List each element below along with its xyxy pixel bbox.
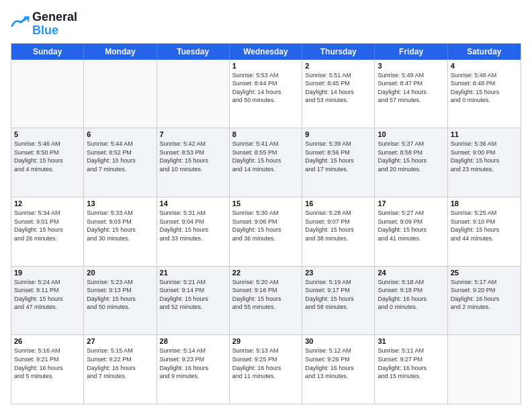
day-header: Saturday (448, 44, 521, 60)
cell-info: Sunrise: 5:33 AM Sunset: 9:03 PM Dayligh… (87, 209, 153, 242)
cell-info: Sunrise: 5:11 AM Sunset: 9:27 PM Dayligh… (378, 347, 444, 380)
cell-info: Sunrise: 5:44 AM Sunset: 8:52 PM Dayligh… (87, 140, 153, 173)
day-cell: 27Sunrise: 5:15 AM Sunset: 9:22 PM Dayli… (84, 335, 157, 404)
day-cell (157, 60, 230, 128)
day-cell: 22Sunrise: 5:20 AM Sunset: 9:16 PM Dayli… (230, 267, 302, 335)
day-cell: 9Sunrise: 5:39 AM Sunset: 8:56 PM Daylig… (302, 128, 375, 197)
day-header: Thursday (302, 44, 375, 60)
day-number: 6 (87, 130, 153, 138)
day-cell: 23Sunrise: 5:19 AM Sunset: 9:17 PM Dayli… (302, 267, 375, 335)
week-row: 19Sunrise: 5:24 AM Sunset: 9:11 PM Dayli… (11, 267, 521, 336)
day-cell (84, 60, 157, 128)
day-cell: 20Sunrise: 5:23 AM Sunset: 9:13 PM Dayli… (84, 267, 157, 335)
cell-info: Sunrise: 5:15 AM Sunset: 9:22 PM Dayligh… (87, 347, 153, 380)
day-cell: 19Sunrise: 5:24 AM Sunset: 9:11 PM Dayli… (11, 267, 84, 335)
cell-info: Sunrise: 5:42 AM Sunset: 8:53 PM Dayligh… (160, 140, 226, 173)
cell-info: Sunrise: 5:14 AM Sunset: 9:23 PM Dayligh… (160, 347, 226, 380)
day-cell: 7Sunrise: 5:42 AM Sunset: 8:53 PM Daylig… (157, 128, 230, 197)
day-number: 1 (232, 62, 299, 70)
cell-info: Sunrise: 5:39 AM Sunset: 8:56 PM Dayligh… (305, 140, 371, 173)
cell-info: Sunrise: 5:49 AM Sunset: 8:47 PM Dayligh… (378, 71, 444, 105)
cell-info: Sunrise: 5:51 AM Sunset: 8:45 PM Dayligh… (305, 71, 371, 105)
day-number: 9 (305, 130, 371, 138)
day-cell: 2Sunrise: 5:51 AM Sunset: 8:45 PM Daylig… (302, 60, 375, 128)
cell-info: Sunrise: 5:27 AM Sunset: 9:09 PM Dayligh… (378, 209, 444, 242)
day-cell: 6Sunrise: 5:44 AM Sunset: 8:52 PM Daylig… (84, 128, 157, 197)
day-number: 2 (305, 62, 371, 70)
week-row: 26Sunrise: 5:16 AM Sunset: 9:21 PM Dayli… (11, 335, 521, 404)
cell-info: Sunrise: 5:18 AM Sunset: 9:18 PM Dayligh… (378, 278, 444, 312)
day-number: 18 (451, 199, 518, 208)
cell-info: Sunrise: 5:46 AM Sunset: 8:50 PM Dayligh… (14, 140, 81, 173)
day-number: 27 (87, 337, 153, 345)
logo-icon (11, 15, 30, 34)
day-number: 31 (378, 337, 444, 345)
day-number: 30 (305, 337, 371, 345)
cell-info: Sunrise: 5:12 AM Sunset: 9:26 PM Dayligh… (305, 347, 371, 380)
day-cell: 14Sunrise: 5:31 AM Sunset: 9:04 PM Dayli… (157, 197, 230, 266)
cell-info: Sunrise: 5:53 AM Sunset: 8:44 PM Dayligh… (232, 71, 299, 105)
day-cell: 16Sunrise: 5:28 AM Sunset: 9:07 PM Dayli… (302, 197, 375, 266)
cell-info: Sunrise: 5:21 AM Sunset: 9:14 PM Dayligh… (160, 278, 226, 312)
day-number: 17 (378, 199, 444, 208)
cell-info: Sunrise: 5:13 AM Sunset: 9:25 PM Dayligh… (232, 347, 299, 380)
day-header: Sunday (11, 44, 84, 60)
day-number: 11 (451, 130, 518, 138)
cell-info: Sunrise: 5:16 AM Sunset: 9:21 PM Dayligh… (14, 347, 81, 380)
cell-info: Sunrise: 5:28 AM Sunset: 9:07 PM Dayligh… (305, 209, 371, 242)
day-number: 14 (160, 199, 226, 208)
cell-info: Sunrise: 5:31 AM Sunset: 9:04 PM Dayligh… (160, 209, 226, 242)
cell-info: Sunrise: 5:19 AM Sunset: 9:17 PM Dayligh… (305, 278, 371, 312)
day-cell: 5Sunrise: 5:46 AM Sunset: 8:50 PM Daylig… (11, 128, 84, 197)
day-header: Monday (84, 44, 157, 60)
day-cell: 4Sunrise: 5:48 AM Sunset: 8:48 PM Daylig… (448, 60, 521, 128)
day-cell (448, 335, 521, 404)
day-cell: 26Sunrise: 5:16 AM Sunset: 9:21 PM Dayli… (11, 335, 84, 404)
day-number: 23 (305, 269, 371, 277)
day-cell: 21Sunrise: 5:21 AM Sunset: 9:14 PM Dayli… (157, 267, 230, 335)
day-cell: 15Sunrise: 5:30 AM Sunset: 9:06 PM Dayli… (230, 197, 302, 266)
day-headers: SundayMondayTuesdayWednesdayThursdayFrid… (11, 44, 521, 60)
day-number: 28 (160, 337, 226, 345)
week-row: 5Sunrise: 5:46 AM Sunset: 8:50 PM Daylig… (11, 128, 521, 197)
day-number: 29 (232, 337, 299, 345)
day-number: 20 (87, 269, 153, 277)
weeks: 1Sunrise: 5:53 AM Sunset: 8:44 PM Daylig… (11, 60, 521, 404)
cell-info: Sunrise: 5:20 AM Sunset: 9:16 PM Dayligh… (232, 278, 299, 312)
cell-info: Sunrise: 5:34 AM Sunset: 9:01 PM Dayligh… (14, 209, 81, 242)
logo: General Blue (11, 11, 77, 38)
day-cell: 11Sunrise: 5:36 AM Sunset: 9:00 PM Dayli… (448, 128, 521, 197)
cell-info: Sunrise: 5:48 AM Sunset: 8:48 PM Dayligh… (451, 71, 518, 105)
day-cell: 25Sunrise: 5:17 AM Sunset: 9:20 PM Dayli… (448, 267, 521, 335)
day-number: 7 (160, 130, 226, 138)
day-cell: 3Sunrise: 5:49 AM Sunset: 8:47 PM Daylig… (375, 60, 447, 128)
week-row: 1Sunrise: 5:53 AM Sunset: 8:44 PM Daylig… (11, 60, 521, 129)
cell-info: Sunrise: 5:24 AM Sunset: 9:11 PM Dayligh… (14, 278, 81, 312)
day-cell: 24Sunrise: 5:18 AM Sunset: 9:18 PM Dayli… (375, 267, 447, 335)
logo-line1: General (32, 11, 77, 24)
day-cell (11, 60, 84, 128)
day-cell: 10Sunrise: 5:37 AM Sunset: 8:58 PM Dayli… (375, 128, 447, 197)
day-number: 13 (87, 199, 153, 208)
day-cell: 29Sunrise: 5:13 AM Sunset: 9:25 PM Dayli… (230, 335, 302, 404)
day-cell: 1Sunrise: 5:53 AM Sunset: 8:44 PM Daylig… (230, 60, 302, 128)
day-number: 5 (14, 130, 81, 138)
day-number: 15 (232, 199, 299, 208)
day-header: Friday (375, 44, 447, 60)
cell-info: Sunrise: 5:25 AM Sunset: 9:10 PM Dayligh… (451, 209, 518, 242)
day-cell: 28Sunrise: 5:14 AM Sunset: 9:23 PM Dayli… (157, 335, 230, 404)
day-number: 3 (378, 62, 444, 70)
day-header: Wednesday (230, 44, 302, 60)
day-number: 21 (160, 269, 226, 277)
day-cell: 18Sunrise: 5:25 AM Sunset: 9:10 PM Dayli… (448, 197, 521, 266)
day-number: 8 (232, 130, 299, 138)
day-cell: 17Sunrise: 5:27 AM Sunset: 9:09 PM Dayli… (375, 197, 447, 266)
day-number: 24 (378, 269, 444, 277)
calendar: SundayMondayTuesdayWednesdayThursdayFrid… (11, 43, 521, 404)
day-number: 16 (305, 199, 371, 208)
day-number: 4 (451, 62, 518, 70)
day-number: 25 (451, 269, 518, 277)
cell-info: Sunrise: 5:36 AM Sunset: 9:00 PM Dayligh… (451, 140, 518, 173)
cell-info: Sunrise: 5:17 AM Sunset: 9:20 PM Dayligh… (451, 278, 518, 312)
day-cell: 30Sunrise: 5:12 AM Sunset: 9:26 PM Dayli… (302, 335, 375, 404)
